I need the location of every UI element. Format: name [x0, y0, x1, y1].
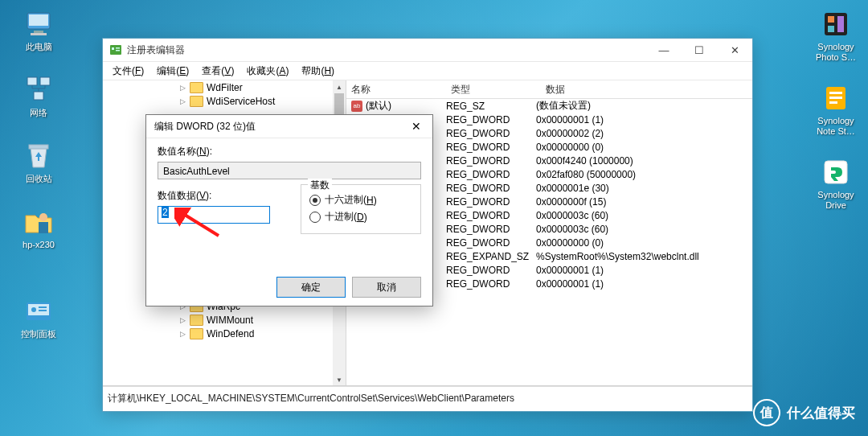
menu-view[interactable]: 查看(V) — [195, 63, 240, 80]
value-name-field: BasicAuthLevel — [158, 162, 421, 179]
value-name-label: 数值名称(N): — [158, 145, 421, 158]
svg-rect-26 — [116, 50, 120, 51]
svg-rect-21 — [829, 101, 837, 104]
value-data: 0x02faf080 (50000000) — [531, 169, 752, 180]
syno-photo-icon — [820, 8, 852, 40]
menu-help[interactable]: 帮助(H) — [295, 63, 341, 80]
desktop-icon-hpx230[interactable]: hp-x230 — [14, 206, 63, 250]
regedit-title: 注册表编辑器 — [127, 43, 646, 57]
value-type: REG_SZ — [441, 101, 531, 112]
tree-item[interactable]: ▷WinDefend — [103, 327, 346, 340]
desktop-icon-syno-note[interactable]: Synology Note St… — [812, 82, 860, 137]
ok-button[interactable]: 确定 — [276, 277, 346, 298]
value-data-label: 数值数据(V): — [158, 189, 301, 203]
menu-edit[interactable]: 编辑(E) — [150, 63, 195, 80]
folder-icon — [190, 82, 203, 93]
desktop-icon-control[interactable]: 控制面板 — [14, 295, 63, 339]
value-data: 0x00000001 (1) — [531, 265, 752, 276]
folder-icon — [190, 328, 203, 339]
tree-item-label: WinDefend — [207, 328, 254, 339]
watermark-badge: 值 什么值得买 — [753, 399, 855, 426]
status-bar: 计算机\HKEY_LOCAL_MACHINE\SYSTEM\CurrentCon… — [103, 386, 752, 409]
desktop-icon-label: Synology Drive — [812, 190, 860, 211]
svg-rect-24 — [112, 47, 114, 50]
dialog-close-button[interactable]: ✕ — [400, 115, 432, 138]
svg-rect-1 — [29, 14, 48, 26]
svg-rect-4 — [27, 77, 37, 85]
edit-dword-dialog: 编辑 DWORD (32 位)值 ✕ 数值名称(N): BasicAuthLev… — [145, 114, 433, 306]
desktop-icon-network[interactable]: 网络 — [14, 74, 63, 118]
tree-item-label: WdiServiceHost — [207, 96, 275, 107]
desktop-icon-label: Synology Note St… — [812, 116, 860, 137]
value-data: 0x00000000 (0) — [531, 142, 752, 153]
svg-rect-25 — [116, 47, 120, 49]
value-data: 0x0000000f (15) — [531, 196, 752, 208]
menu-file[interactable]: 文件(F) — [106, 63, 150, 80]
scroll-down-icon[interactable]: ▼ — [333, 373, 346, 386]
svg-rect-19 — [829, 92, 842, 94]
close-button[interactable]: ✕ — [717, 39, 752, 61]
desktop-icon-pc[interactable]: 此电脑 — [14, 8, 63, 52]
dialog-titlebar[interactable]: 编辑 DWORD (32 位)值 ✕ — [146, 115, 432, 138]
folder-icon — [190, 96, 203, 107]
value-type: REG_DWORD — [441, 210, 531, 221]
desktop-icon-syno-drive[interactable]: Synology Drive — [812, 156, 860, 211]
value-type: REG_DWORD — [441, 142, 531, 153]
list-header: 名称 类型 数据 — [346, 80, 752, 99]
network-icon — [23, 74, 55, 106]
value-type: REG_DWORD — [441, 183, 531, 194]
chevron-right-icon: ▷ — [180, 330, 188, 338]
desktop-icon-label: 网络 — [14, 108, 63, 118]
value-data: 0x00000000 (0) — [531, 237, 752, 249]
minimize-button[interactable]: — — [646, 39, 682, 61]
tree-item[interactable]: ▷WdFilter — [103, 80, 346, 94]
string-value-icon: ab — [351, 101, 362, 112]
value-type: REG_DWORD — [441, 224, 531, 235]
regedit-icon — [109, 43, 122, 56]
svg-rect-13 — [39, 306, 47, 308]
badge-text: 什么值得买 — [787, 404, 855, 422]
maximize-button[interactable]: ☐ — [682, 39, 717, 61]
folder-icon — [23, 206, 55, 238]
value-data: 0x00000002 (2) — [531, 128, 752, 139]
radio-hex[interactable]: 十六进制(H) — [309, 193, 412, 207]
value-data: 0x0000003c (60) — [531, 224, 752, 235]
value-name: (默认) — [366, 99, 391, 113]
svg-rect-5 — [40, 77, 50, 85]
desktop-icon-label: 控制面板 — [14, 329, 63, 339]
list-row[interactable]: ab(默认)REG_SZ(数值未设置) — [346, 99, 752, 113]
col-name[interactable]: 名称 — [346, 83, 446, 97]
svg-rect-2 — [34, 31, 43, 33]
scroll-up-icon[interactable]: ▲ — [333, 80, 346, 93]
regedit-titlebar[interactable]: 注册表编辑器 — ☐ ✕ — [103, 39, 752, 62]
tree-item[interactable]: ▷WdiServiceHost — [103, 94, 346, 108]
pc-icon — [23, 8, 55, 40]
chevron-right-icon: ▷ — [180, 84, 188, 92]
tree-item-label: WIMMount — [207, 315, 253, 326]
col-data[interactable]: 数据 — [541, 83, 752, 97]
svg-point-8 — [39, 213, 47, 221]
desktop-icon-label: 回收站 — [14, 174, 63, 184]
value-data-input[interactable]: 2 — [158, 206, 270, 224]
desktop-icon-syno-photo[interactable]: Synology Photo S… — [812, 8, 860, 63]
regedit-menubar: 文件(F) 编辑(E) 查看(V) 收藏夹(A) 帮助(H) — [103, 62, 752, 80]
base-group-label: 基数 — [308, 179, 332, 192]
svg-rect-17 — [828, 26, 834, 32]
col-type[interactable]: 类型 — [446, 83, 541, 97]
value-type: REG_DWORD — [441, 169, 531, 180]
value-data: 0x0000003c (60) — [531, 210, 752, 221]
chevron-right-icon: ▷ — [180, 316, 188, 324]
svg-point-12 — [31, 307, 36, 312]
menu-fav[interactable]: 收藏夹(A) — [240, 63, 295, 80]
svg-rect-16 — [828, 16, 834, 23]
value-type: REG_DWORD — [441, 196, 531, 208]
radio-dec[interactable]: 十进制(D) — [309, 210, 412, 224]
cancel-button[interactable]: 取消 — [352, 277, 421, 298]
desktop-icon-recycle[interactable]: 回收站 — [14, 140, 63, 184]
value-data: 0x0000001e (30) — [531, 183, 752, 194]
dialog-title: 编辑 DWORD (32 位)值 — [154, 120, 400, 134]
value-type: REG_DWORD — [441, 237, 531, 249]
value-data: 0x000f4240 (1000000) — [531, 155, 752, 167]
tree-item[interactable]: ▷WIMMount — [103, 313, 346, 327]
radio-on-icon — [309, 195, 321, 206]
